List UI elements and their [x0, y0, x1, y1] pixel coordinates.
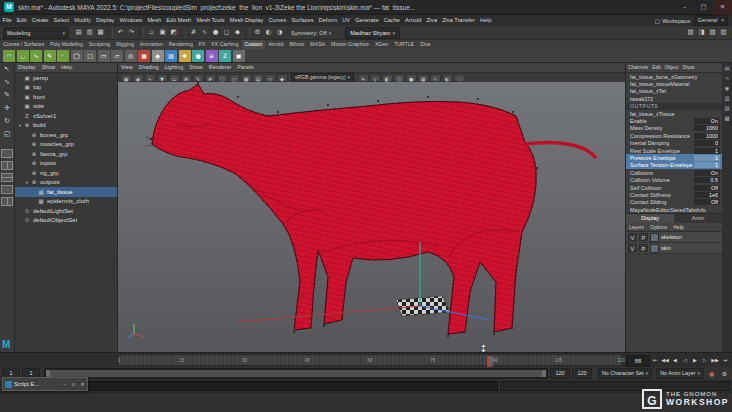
outliner-item-front[interactable]: ▣front: [15, 92, 117, 102]
layer-row-skeleton[interactable]: VPskeleton: [626, 232, 722, 243]
range-end-handle[interactable]: [542, 370, 546, 377]
channel-rest-scale-envelope[interactable]: Rest Scale Envelope1: [626, 147, 722, 154]
ziva-attachment-icon[interactable]: ✚: [179, 50, 191, 62]
ziva-cache-icon[interactable]: ▣: [233, 50, 245, 62]
save-scene-icon[interactable]: ▦: [95, 27, 106, 38]
image-plane-icon[interactable]: ▭: [169, 74, 180, 82]
snap-curve-icon[interactable]: ∿: [199, 27, 210, 38]
character-set-selector[interactable]: No Character Set: [598, 368, 652, 379]
play-forward-button[interactable]: ▶: [690, 354, 700, 366]
outliner-item-side[interactable]: ▣side: [15, 102, 117, 112]
animation-preferences-button[interactable]: ⚙: [719, 369, 730, 379]
script-editor-maximize-button[interactable]: ▫: [69, 381, 78, 387]
sidebar-modeling-toolkit-icon[interactable]: ▨: [685, 27, 696, 38]
lion-tissue-model[interactable]: [145, 82, 596, 337]
channel-value[interactable]: 0: [694, 140, 720, 146]
menu-surfaces[interactable]: Surfaces: [289, 15, 316, 26]
channel-box-node-fat-tissue-ztissue[interactable]: fat_tissue_zTissue: [626, 110, 722, 117]
menu-ziva[interactable]: Ziva: [424, 15, 440, 26]
attribute-editor-tab-icon[interactable]: ▥: [722, 93, 732, 103]
render-icon[interactable]: ◐: [263, 27, 274, 38]
channel-surface-tension-envelope[interactable]: Surface Tension Envelope1: [626, 162, 722, 169]
outliner-item-defaultlightset[interactable]: ⊙defaultLightSet: [15, 206, 117, 216]
grid-icon[interactable]: #: [205, 74, 216, 82]
2d-pan-zoom-icon[interactable]: ⊞: [181, 74, 192, 82]
menu-help[interactable]: Help: [477, 15, 494, 26]
ep-curve-tool-icon[interactable]: ◡: [17, 50, 29, 62]
redo-icon[interactable]: ↷: [126, 27, 137, 38]
wireframe-icon[interactable]: ◫: [394, 74, 405, 82]
cv-curve-tool-icon[interactable]: ◠: [3, 50, 15, 62]
channel-contact-sliding[interactable]: Contact SlidingOff: [626, 199, 722, 206]
viewport-menu-view[interactable]: View: [118, 63, 136, 72]
xray-icon[interactable]: ◌: [454, 74, 465, 82]
channel-enable[interactable]: EnableOn: [626, 117, 722, 124]
outliner-item-muscles-grp[interactable]: ⊕muscles_grp: [15, 140, 117, 150]
shelf-tab-xgen[interactable]: XGen: [372, 40, 391, 49]
channel-compression-resistance[interactable]: Compression Resistance1000: [626, 132, 722, 139]
user-dropdown[interactable]: Madhav Shyam: [345, 27, 400, 39]
maximize-button[interactable]: ▢: [694, 0, 713, 15]
shelf-tab-mash[interactable]: MASH: [307, 40, 328, 49]
channel-box-node-mayanodeeditorsavedtabsinfo[interactable]: MayaNodeEditorSavedTabsInfo: [626, 206, 722, 213]
shelf-tab-curves-surfaces[interactable]: Curves / Surfaces: [0, 40, 47, 49]
shelf-tab-custom[interactable]: Custom: [242, 40, 266, 49]
menu-generate[interactable]: Generate: [353, 15, 382, 26]
close-button[interactable]: ✕: [713, 0, 732, 15]
shelf-tab-fx-caching[interactable]: FX Caching: [208, 40, 241, 49]
layout-four-pane-button[interactable]: [1, 185, 13, 194]
menu-file[interactable]: File: [0, 15, 14, 26]
ziva-material-icon[interactable]: ●: [192, 50, 204, 62]
ziva-bone-icon[interactable]: ◆: [152, 50, 164, 62]
viewport-menu-shading[interactable]: Shading: [136, 63, 162, 72]
channel-box-menu-show[interactable]: Show: [680, 63, 696, 72]
shelf-tab-motion-graphics[interactable]: Motion Graphics: [328, 40, 372, 49]
tool-settings-tab-icon[interactable]: ▧: [722, 103, 732, 113]
channel-box-node-fat-tissue-bone-zgeometry[interactable]: fat_tissue_bone_zGeometry: [626, 73, 722, 80]
ziva-solver-icon[interactable]: Z: [219, 50, 231, 62]
viewport-menu-show[interactable]: Show: [186, 63, 206, 72]
channel-pressure-envelope[interactable]: Pressure Envelope1: [626, 154, 722, 161]
layer-editor-tab-anim[interactable]: Anim: [674, 214, 722, 223]
channel-value[interactable]: 1: [694, 155, 720, 161]
channel-value[interactable]: 1000: [694, 133, 720, 139]
channel-box-menu-edit[interactable]: Edit: [650, 63, 662, 72]
layout-two-pane-side-button[interactable]: [1, 161, 13, 170]
channel-box-node-tweak372[interactable]: tweak372: [626, 95, 722, 102]
move-tool-icon[interactable]: ✛: [0, 102, 14, 115]
channel-box-tab-icon[interactable]: ▦: [722, 113, 732, 123]
channel-collisions[interactable]: CollisionsOn: [626, 169, 722, 176]
shelf-tab-arnold[interactable]: Arnold: [265, 40, 286, 49]
menu-display[interactable]: Display: [93, 15, 117, 26]
script-editor-minimize-button[interactable]: –: [60, 381, 69, 387]
go-to-end-button[interactable]: ⇥: [720, 354, 730, 366]
lasso-tool-icon[interactable]: ∿: [0, 76, 14, 89]
current-time-field[interactable]: 88: [626, 355, 650, 367]
channel-contact-stiffness[interactable]: Contact Stiffness1e6: [626, 191, 722, 198]
shelf-tab-bifrost[interactable]: Bifrost: [286, 40, 307, 49]
shelf-tab-poly-modeling[interactable]: Poly Modeling: [47, 40, 86, 49]
shelf-tab-ziva[interactable]: Ziva: [417, 40, 433, 49]
viewport-menu-renderer[interactable]: Renderer: [206, 63, 234, 72]
select-component-icon[interactable]: ◩: [168, 27, 179, 38]
new-scene-icon[interactable]: ▤: [73, 27, 84, 38]
shelf-tab-rendering[interactable]: Rendering: [166, 40, 196, 49]
lock-camera-icon[interactable]: ◉: [133, 74, 144, 82]
ziva-tissue-icon[interactable]: ▦: [138, 50, 150, 62]
outliner-item-epidermis-cloth[interactable]: ▦epidermis_cloth: [15, 197, 117, 207]
menu-mesh-display[interactable]: Mesh Display: [227, 15, 266, 26]
layer-editor-menu-layers[interactable]: Layers: [626, 223, 647, 231]
channel-value[interactable]: Off: [694, 199, 720, 205]
layer-color-swatch[interactable]: [650, 244, 659, 253]
layer-editor-menu-options[interactable]: Options: [647, 223, 670, 231]
script-editor-close-button[interactable]: ✕: [78, 381, 87, 387]
menu-mesh[interactable]: Mesh: [145, 15, 164, 26]
viewport-menu-lighting[interactable]: Lighting: [161, 63, 186, 72]
step-forward-frame-button[interactable]: ▷: [700, 354, 710, 366]
menu-create[interactable]: Create: [29, 15, 51, 26]
select-object-icon[interactable]: ▣: [157, 27, 168, 38]
shelf-tab-fx[interactable]: FX: [196, 40, 209, 49]
bezier-curve-tool-icon[interactable]: ∿: [30, 50, 42, 62]
camera-attributes-icon[interactable]: ⌖: [145, 74, 156, 82]
shelf-tab-sculpting[interactable]: Sculpting: [86, 40, 113, 49]
